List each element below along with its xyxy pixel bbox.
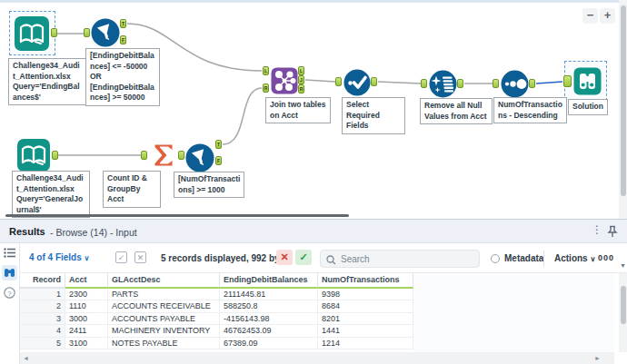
table-cell[interactable]: 2 (20, 300, 65, 312)
config-list-icon[interactable] (2, 245, 17, 261)
cleanse-tool[interactable] (429, 70, 457, 98)
select-tool[interactable] (343, 69, 371, 96)
table-row[interactable]: 33000ACCOUNTS PAYABLE-4156143.988201 (20, 313, 413, 325)
true-anchor[interactable]: T (215, 140, 222, 149)
right-input-anchor[interactable]: R (263, 84, 269, 93)
output-anchor[interactable] (457, 79, 463, 88)
false-anchor[interactable]: F (120, 35, 126, 44)
search-input[interactable] (341, 251, 473, 266)
false-anchor[interactable]: F (215, 156, 222, 165)
metadata-radio[interactable] (491, 254, 500, 263)
table-corner-icon[interactable]: ▼ (619, 261, 627, 271)
table-cell[interactable]: 3000 (65, 313, 108, 325)
tool-annotation[interactable]: Join two tables on Acct (265, 97, 331, 123)
table-cell[interactable]: 8201 (318, 313, 413, 325)
table-cell[interactable]: 4 (20, 325, 65, 337)
join-output-anchor[interactable]: J (298, 75, 304, 84)
table-cell[interactable]: 588250.8 (220, 300, 318, 312)
table-cell[interactable]: 1110 (65, 300, 108, 312)
workflow-canvas[interactable]: A T F A T (0, 0, 627, 219)
true-anchor[interactable]: T (120, 19, 126, 28)
success-button[interactable]: ✓ (295, 250, 312, 265)
table-row[interactable]: 21110ACCOUNTS RECEIVABLE588250.88684 (20, 300, 413, 312)
table-cell[interactable]: 2300 (65, 289, 108, 300)
input-anchor[interactable] (141, 151, 147, 160)
table-cell[interactable]: 3 (20, 313, 65, 325)
pin-icon[interactable] (607, 225, 618, 238)
table-cell[interactable]: 2411 (65, 325, 108, 337)
input-anchor[interactable] (493, 79, 499, 88)
tool-annotation[interactable]: [NumOfTransacti ons] >= 1000 (174, 172, 244, 198)
tool-annotation[interactable]: Remove all Null Values from Acct (420, 98, 493, 124)
canvas-horizontal-scrollbar[interactable] (5, 214, 349, 217)
metadata-label[interactable]: Metadata (504, 253, 543, 263)
input-anchor[interactable] (421, 79, 427, 88)
left-input-anchor[interactable]: L (263, 66, 269, 75)
table-cell[interactable]: MACHINERY INVENTORY (108, 325, 220, 337)
zoom-out-button[interactable]: − (582, 8, 598, 24)
column-header-acct[interactable]: Acct (65, 273, 108, 289)
filter-tool-transactions[interactable]: A (185, 143, 214, 172)
output-anchor[interactable] (51, 28, 57, 37)
table-horizontal-scrollbar[interactable]: ◄ ► (20, 352, 614, 364)
table-cell[interactable]: 46762453.09 (220, 325, 318, 337)
tool-annotation[interactable]: Count ID & GroupBy Acct (103, 171, 161, 208)
scrollbar-thumb[interactable] (621, 5, 626, 196)
input-tool-ending-balances[interactable] (14, 15, 50, 52)
table-row[interactable]: 53100NOTES PAYABLE67389.091214 (20, 338, 413, 349)
table-cell[interactable]: -4156143.98 (220, 313, 318, 325)
tool-annotation[interactable]: Challenge34_Audi t_Attention.xlsx Query=… (8, 58, 86, 105)
scroll-left-arrow[interactable]: ◄ (23, 355, 29, 361)
filter-tool-ending-balances[interactable]: A (91, 18, 120, 47)
table-cell[interactable]: PARTS (108, 289, 220, 300)
table-row[interactable]: 42411MACHINERY INVENTORY46762453.091441 (20, 325, 413, 337)
tool-annotation[interactable]: [EndingDebitBala nces] <= -50000 OR [End… (85, 48, 160, 106)
table-cell[interactable]: 8684 (318, 300, 413, 312)
input-tool-general-journal[interactable] (16, 138, 51, 172)
input-anchor[interactable] (335, 77, 342, 86)
output-anchor[interactable] (178, 151, 184, 160)
table-row[interactable]: 12300PARTS2111445.819398 (20, 289, 413, 300)
table-cell[interactable]: 1 (20, 289, 65, 300)
table-cell[interactable]: NOTES PAYABLE (108, 338, 220, 349)
left-output-anchor[interactable]: L (298, 66, 304, 75)
canvas-vertical-scrollbar[interactable] (619, 0, 627, 219)
fields-dropdown[interactable]: 4 of 4 Fields ∨ (29, 252, 89, 262)
table-cell[interactable]: 67389.09 (220, 338, 318, 349)
table-cell[interactable]: 9398 (318, 289, 413, 300)
kebab-menu-icon[interactable]: ⋮ (592, 223, 602, 236)
column-header-glacctdesc[interactable]: GLAcctDesc (108, 273, 220, 289)
sort-tool[interactable] (501, 70, 529, 98)
search-box[interactable] (320, 250, 480, 268)
scroll-right-arrow[interactable]: ► (594, 355, 601, 361)
input-anchor[interactable] (563, 75, 572, 87)
summarize-tool[interactable] (148, 140, 179, 171)
column-header-endingdebitbalances[interactable]: EndingDebitBalances (220, 273, 318, 289)
deselect-fields-icon[interactable]: ✕ (134, 251, 146, 263)
table-vertical-scrollbar[interactable] (619, 273, 627, 352)
zoom-in-button[interactable]: + (600, 8, 615, 24)
browse-tool-solution[interactable] (573, 67, 602, 95)
column-header-record[interactable]: Record (20, 273, 65, 289)
tool-annotation[interactable]: Select Required Fields (342, 97, 405, 134)
select-all-fields-icon[interactable]: ✓ (115, 251, 127, 263)
column-header-numoftransactions[interactable]: NumOfTransactions (318, 273, 413, 289)
table-cell[interactable]: 1214 (318, 338, 413, 349)
output-anchor[interactable] (52, 151, 58, 160)
table-cell[interactable]: 1441 (318, 325, 413, 337)
browse-view-icon[interactable] (2, 265, 17, 280)
cell-viewer-toggle[interactable]: 000 (598, 253, 614, 262)
tool-annotation[interactable]: Challenge34_Audi t_Attention.xlsx Query=… (12, 171, 90, 218)
errors-button[interactable]: ✕ (276, 250, 293, 265)
join-tool[interactable] (271, 67, 298, 94)
table-cell[interactable]: 2111445.81 (220, 289, 318, 300)
output-anchor[interactable] (371, 77, 377, 86)
right-output-anchor[interactable]: R (298, 84, 304, 93)
table-cell[interactable]: ACCOUNTS PAYABLE (108, 313, 220, 325)
output-anchor[interactable] (529, 79, 535, 88)
table-cell[interactable]: 3100 (65, 338, 108, 349)
tool-annotation[interactable]: Solution (568, 99, 608, 115)
table-cell[interactable]: 5 (20, 338, 65, 349)
table-cell[interactable]: ACCOUNTS RECEIVABLE (108, 300, 220, 312)
help-icon[interactable]: ? (2, 285, 17, 300)
